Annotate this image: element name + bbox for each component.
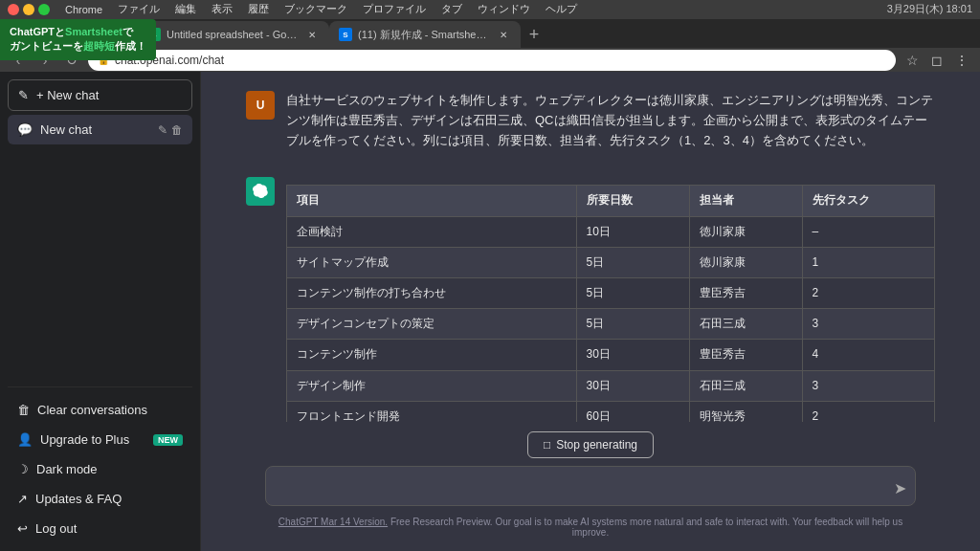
bookmark-icon[interactable]: ☆ — [902, 50, 923, 71]
minimize-window-button[interactable] — [23, 4, 34, 15]
response-table: 項目 所要日数 担当者 先行タスク 企画検討10日徳川家康–サイトマップ作成5日… — [286, 185, 935, 422]
table-cell-0-0: 企画検討 — [287, 216, 577, 247]
table-cell-1-1: 5日 — [576, 247, 689, 277]
table-cell-2-2: 豊臣秀吉 — [689, 277, 802, 308]
col-header-item: 項目 — [287, 186, 577, 216]
edit-icon[interactable]: ✎ — [158, 123, 167, 137]
extension-icon[interactable]: ◻ — [926, 50, 947, 71]
toolbar-icons: ☆ ◻ ⋮ — [902, 50, 972, 71]
chat-icon: 💬 — [17, 122, 33, 137]
table-cell-1-3: 1 — [802, 247, 935, 277]
disclaimer: ChatGPT Mar 14 Version. Free Research Pr… — [265, 517, 916, 538]
table-cell-0-1: 10日 — [576, 216, 689, 247]
menu-profile[interactable]: プロファイル — [363, 2, 426, 16]
new-tab-button[interactable]: + — [521, 21, 547, 48]
delete-icon[interactable]: 🗑 — [171, 123, 183, 137]
chat-area: U 自社サービスのウェブサイトを制作します。ウェブディレクターは徳川家康、エンジ… — [201, 72, 980, 551]
sidebar-dark-mode[interactable]: ☽ Dark mode — [8, 454, 192, 484]
table-cell-5-3: 3 — [802, 370, 935, 401]
dark-mode-label: Dark mode — [36, 462, 98, 476]
maximize-window-button[interactable] — [38, 4, 50, 15]
menu-bar: Chrome ファイル 編集 表示 履歴 ブックマーク プロファイル タブ ウィ… — [0, 0, 980, 19]
table-cell-2-0: コンテンツ制作の打ち合わせ — [287, 277, 577, 308]
table-cell-1-0: サイトマップ作成 — [287, 247, 577, 277]
menu-bookmarks[interactable]: ブックマーク — [284, 2, 347, 16]
table-cell-3-2: 石田三成 — [689, 309, 802, 340]
menu-edit[interactable]: 編集 — [175, 2, 196, 16]
table-cell-6-3: 2 — [802, 401, 935, 422]
table-cell-2-3: 2 — [802, 277, 935, 308]
table-cell-3-0: デザインコンセプトの策定 — [287, 309, 577, 340]
gpt-message: 項目 所要日数 担当者 先行タスク 企画検討10日徳川家康–サイトマップ作成5日… — [246, 177, 935, 422]
table-row: コンテンツ制作の打ち合わせ5日豊臣秀吉2 — [287, 277, 935, 308]
user-avatar: U — [246, 91, 275, 120]
menu-file[interactable]: ファイル — [118, 2, 160, 16]
chat-item-label: New chat — [40, 122, 92, 137]
tab-sheets[interactable]: S Untitled spreadsheet - Googl... ✕ — [138, 21, 329, 48]
table-cell-0-2: 徳川家康 — [689, 216, 802, 247]
chat-bottom: □ Stop generating ➤ ChatGPT Mar 14 Versi… — [201, 422, 980, 551]
smartsheet-favicon: S — [339, 28, 352, 41]
new-badge: NEW — [153, 434, 183, 446]
send-button[interactable]: ➤ — [894, 478, 906, 496]
user-message: U 自社サービスのウェブサイトを制作します。ウェブディレクターは徳川家康、エンジ… — [246, 91, 935, 158]
window-controls — [8, 4, 50, 15]
system-time: 3月29日(木) 18:01 — [887, 2, 972, 16]
table-cell-5-1: 30日 — [576, 370, 689, 401]
logout-icon: ↩ — [17, 521, 28, 536]
new-chat-icon: ✎ — [18, 88, 29, 102]
upgrade-icon: 👤 — [17, 432, 33, 447]
table-cell-0-3: – — [802, 216, 935, 247]
table-cell-4-3: 4 — [802, 340, 935, 370]
ad-text-1: ChatGPTと — [10, 26, 65, 37]
col-header-prereq: 先行タスク — [802, 186, 935, 216]
sidebar: ✎ + New chat 💬 New chat ✎ 🗑 🗑 Clear conv… — [0, 72, 201, 551]
menu-help[interactable]: ヘルプ — [546, 2, 577, 16]
menu-view[interactable]: 表示 — [212, 2, 233, 16]
new-chat-button[interactable]: ✎ + New chat — [8, 79, 192, 111]
stop-label: Stop generating — [556, 438, 637, 452]
sidebar-upgrade[interactable]: 👤 Upgrade to Plus NEW — [8, 425, 192, 454]
ad-highlight-1: Smartsheet — [65, 26, 122, 37]
chat-item-actions: ✎ 🗑 — [158, 123, 183, 137]
table-cell-6-2: 明智光秀 — [689, 401, 802, 422]
table-row: サイトマップ作成5日徳川家康1 — [287, 247, 935, 277]
sidebar-updates[interactable]: ↗ Updates & FAQ — [8, 484, 192, 514]
table-cell-6-1: 60日 — [576, 401, 689, 422]
table-cell-4-2: 豊臣秀吉 — [689, 340, 802, 370]
close-window-button[interactable] — [8, 4, 19, 15]
user-message-content: 自社サービスのウェブサイトを制作します。ウェブディレクターは徳川家康、エンジニア… — [286, 91, 935, 158]
disclaimer-text: Free Research Preview. Our goal is to ma… — [388, 517, 902, 538]
tab-smartsheet-close[interactable]: ✕ — [496, 27, 511, 42]
table-cell-4-0: コンテンツ制作 — [287, 340, 577, 370]
address-bar[interactable]: 🔒 chat.openai.com/chat — [88, 50, 896, 71]
table-row: デザインコンセプトの策定5日石田三成3 — [287, 309, 935, 340]
table-cell-5-2: 石田三成 — [689, 370, 802, 401]
table-row: デザイン制作30日石田三成3 — [287, 370, 935, 401]
sidebar-item-chat-1[interactable]: 💬 New chat ✎ 🗑 — [8, 115, 192, 144]
ad-text-4: 作成！ — [115, 40, 146, 52]
menu-chrome[interactable]: Chrome — [65, 4, 102, 15]
menu-tab[interactable]: タブ — [441, 2, 462, 16]
sidebar-clear-conversations[interactable]: 🗑 Clear conversations — [8, 395, 192, 425]
menu-window[interactable]: ウィンドウ — [478, 2, 530, 16]
tab-smartsheet[interactable]: S (11) 新規作成 - Smartsheet.com ✕ — [329, 21, 521, 48]
table-cell-3-3: 3 — [802, 309, 935, 340]
clear-label: Clear conversations — [37, 403, 147, 417]
more-icon[interactable]: ⋮ — [951, 50, 972, 71]
sidebar-logout[interactable]: ↩ Log out — [8, 514, 192, 543]
sidebar-bottom: 🗑 Clear conversations 👤 Upgrade to Plus … — [8, 386, 192, 543]
menu-history[interactable]: 履歴 — [248, 2, 269, 16]
ad-highlight-2: 超時短 — [83, 40, 115, 52]
stop-generating-button[interactable]: □ Stop generating — [527, 431, 654, 458]
col-header-days: 所要日数 — [576, 186, 689, 216]
chat-input[interactable] — [265, 466, 916, 506]
table-cell-4-1: 30日 — [576, 340, 689, 370]
tab-sheets-close[interactable]: ✕ — [304, 27, 320, 42]
input-row: ➤ — [265, 466, 916, 509]
dark-mode-icon: ☽ — [17, 462, 29, 476]
logout-label: Log out — [35, 521, 77, 536]
updates-label: Updates & FAQ — [35, 492, 122, 506]
disclaimer-version-link[interactable]: ChatGPT Mar 14 Version. — [278, 517, 388, 527]
updates-icon: ↗ — [17, 492, 28, 506]
